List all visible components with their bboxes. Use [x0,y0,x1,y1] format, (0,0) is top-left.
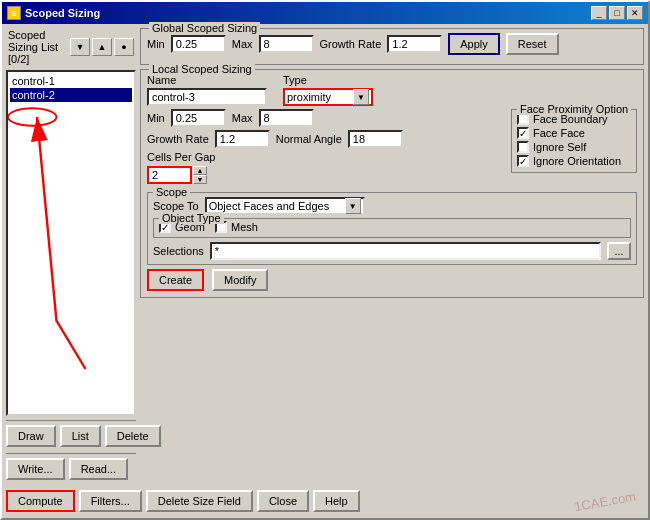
proximity-panel: Face Proximity Option Face Boundary ✓ Fa… [507,109,637,187]
selections-label: Selections [153,245,204,257]
type-dropdown[interactable]: proximity ▼ [283,88,373,106]
global-min-label: Min [147,38,165,50]
delete-size-button[interactable]: Delete Size Field [146,490,253,512]
cells-row: Cells Per Gap [147,151,501,163]
ignore-orientation-checkbox[interactable]: ✓ [517,155,529,167]
create-modify-row: Create Modify [147,269,637,291]
list-header-label: Scoped Sizing List [0/2] [8,29,70,65]
global-max-input[interactable] [259,35,314,53]
type-dropdown-value: proximity [287,91,331,103]
local-min-input[interactable] [171,109,226,127]
list-item[interactable]: control-1 [10,74,132,88]
selections-input[interactable] [210,242,601,260]
browse-button[interactable]: ... [607,242,631,260]
name-type-row: Name Type proximity ▼ [147,74,637,106]
ignore-self-row: Ignore Self [517,141,631,153]
spinner-buttons: ▲ ▼ [193,166,207,184]
ignore-self-label: Ignore Self [533,141,586,153]
selections-row: Selections ... [153,242,631,260]
filters-button[interactable]: Filters... [79,490,142,512]
local-cols: Min Max Growth Rate Normal Angle [147,109,637,187]
main-window: S Scoped Sizing _ □ ✕ Scoped Sizing List… [0,0,650,520]
local-growth-label: Growth Rate [147,133,209,145]
draw-button[interactable]: Draw [6,425,56,447]
local-left: Min Max Growth Rate Normal Angle [147,109,501,187]
global-min-input[interactable] [171,35,226,53]
global-growth-input[interactable] [387,35,442,53]
apply-button[interactable]: Apply [448,33,500,55]
close-bottom-button[interactable]: Close [257,490,309,512]
local-growth-input[interactable] [215,130,270,148]
window-icon: S [7,6,21,20]
local-name-label: Name [147,74,267,86]
scope-section: Scope Scope To Object Faces and Edges ▼ … [147,192,637,265]
main-area: Scoped Sizing List [0/2] ▼ ▲ ● control-1… [6,28,644,482]
ignore-self-checkbox[interactable] [517,141,529,153]
delete-button[interactable]: Delete [105,425,161,447]
scoped-sizing-list[interactable]: control-1 control-2 [6,70,136,416]
svg-point-1 [8,108,56,125]
arrow-overlay [8,72,134,414]
write-button[interactable]: Write... [6,458,65,480]
face-face-label: Face Face [533,127,585,139]
minimize-button[interactable]: _ [591,6,607,20]
sort-desc-button[interactable]: ▼ [70,38,90,56]
scope-to-row: Scope To Object Faces and Edges ▼ [153,197,631,215]
watermark-area: 1CAE.com [364,490,644,512]
local-name-input[interactable] [147,88,267,106]
global-form-row: Min Max Growth Rate Apply Reset [147,33,637,55]
local-type-label: Type [283,74,373,86]
mesh-label: Mesh [231,221,258,233]
cells-label: Cells Per Gap [147,151,215,163]
local-min-label: Min [147,112,165,124]
local-group-title: Local Scoped Sizing [149,63,255,75]
global-group: Global Scoped Sizing Min Max Growth Rate… [140,28,644,65]
scope-title: Scope [153,186,190,198]
local-minmax-row: Min Max [147,109,501,127]
spinner-up-button[interactable]: ▲ [193,166,207,175]
face-face-checkbox[interactable]: ✓ [517,127,529,139]
local-max-input[interactable] [259,109,314,127]
read-button[interactable]: Read... [69,458,128,480]
cells-spinner: ▲ ▼ [147,166,207,184]
local-normal-input[interactable] [348,130,403,148]
reset-button[interactable]: Reset [506,33,559,55]
help-button[interactable]: Help [313,490,360,512]
type-dropdown-arrow: ▼ [353,89,369,105]
local-growth-row: Growth Rate Normal Angle [147,130,501,148]
ignore-orientation-row: ✓ Ignore Orientation [517,155,631,167]
right-panel: Global Scoped Sizing Min Max Growth Rate… [140,28,644,482]
title-bar-text: S Scoped Sizing [7,6,100,20]
proximity-title: Face Proximity Option [517,103,631,115]
scope-to-value: Object Faces and Edges [209,200,329,212]
face-face-row: ✓ Face Face [517,127,631,139]
global-max-label: Max [232,38,253,50]
compute-button[interactable]: Compute [6,490,75,512]
list-item[interactable]: control-2 [10,88,132,102]
list-header: Scoped Sizing List [0/2] ▼ ▲ ● [6,28,136,66]
scope-to-dropdown[interactable]: Object Faces and Edges ▼ [205,197,365,215]
modify-button[interactable]: Modify [212,269,268,291]
create-button[interactable]: Create [147,269,204,291]
left-bottom-toolbar: Draw List Delete [6,420,136,449]
bottom-status-bar: Compute Filters... Delete Size Field Clo… [6,486,644,514]
title-bar: S Scoped Sizing _ □ ✕ [2,2,648,24]
left-bottom-toolbar2: Write... Read... [6,453,136,482]
global-growth-label: Growth Rate [320,38,382,50]
maximize-button[interactable]: □ [609,6,625,20]
proximity-section: Face Proximity Option Face Boundary ✓ Fa… [511,109,637,173]
cells-input[interactable] [147,166,192,184]
local-max-label: Max [232,112,253,124]
watermark-text: 1CAE.com [573,488,637,514]
list-toolbar: ▼ ▲ ● [70,38,134,56]
close-button[interactable]: ✕ [627,6,643,20]
list-button[interactable]: List [60,425,101,447]
spinner-down-button[interactable]: ▼ [193,175,207,184]
object-type-box: Object Type ✓ Geom Mesh [153,218,631,238]
dot-button[interactable]: ● [114,38,134,56]
title-bar-controls: _ □ ✕ [591,6,643,20]
sort-asc-button[interactable]: ▲ [92,38,112,56]
cells-input-row: ▲ ▼ [147,166,501,184]
local-normal-label: Normal Angle [276,133,342,145]
scope-to-label: Scope To [153,200,199,212]
